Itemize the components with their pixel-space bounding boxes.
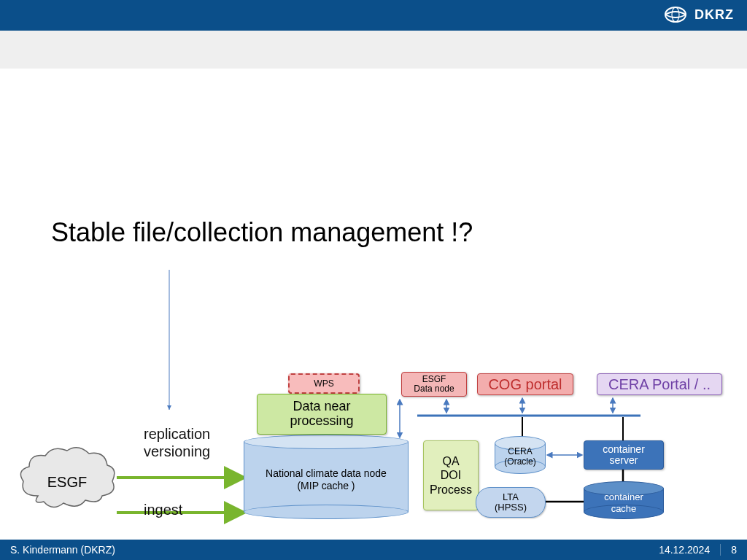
cera-portal: CERA Portal / ..: [597, 373, 722, 395]
wps-box: WPS: [288, 373, 360, 394]
footer-date: 14.12.2024: [659, 544, 710, 556]
versioning-label: versioning: [144, 443, 210, 460]
footer-bar: S. Kindermann (DKRZ) 14.12.2024 8: [0, 540, 747, 560]
footer-author: S. Kindermann (DKRZ): [10, 544, 115, 556]
cera-oracle: CERA(Oracle): [495, 436, 546, 474]
replication-label: replication: [144, 426, 210, 443]
lta-hpss: LTA (HPSS): [476, 487, 546, 518]
cog-portal: COG portal: [477, 373, 573, 395]
data-near-processing: Data near processing: [257, 394, 387, 435]
container-server: container server: [584, 440, 664, 470]
ingest-label: ingest: [144, 502, 182, 518]
container-cache: containercache: [584, 481, 664, 519]
esgf-cloud-label: ESGF: [16, 474, 118, 491]
page-number: 8: [720, 544, 737, 556]
esgf-cloud: ESGF: [16, 445, 118, 510]
qa-doi-process: QA DOI Process: [423, 440, 479, 510]
national-data-node: National climate data node(MIP cache ): [244, 435, 409, 519]
esgf-data-node: ESGF Data node: [401, 372, 467, 397]
